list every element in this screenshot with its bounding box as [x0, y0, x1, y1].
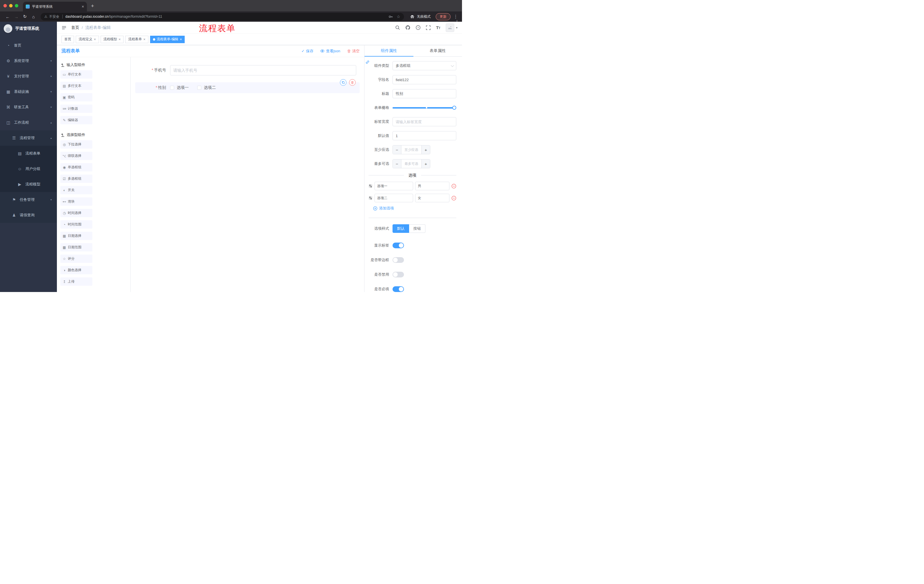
checkbox-option-2[interactable]: 选项二	[197, 85, 216, 90]
user-avatar[interactable]: ▾	[446, 23, 457, 32]
browser-tab[interactable]: 芋道管理系统 ×	[23, 2, 87, 12]
close-icon[interactable]: ×	[180, 37, 182, 41]
close-window-button[interactable]	[3, 4, 7, 7]
close-icon[interactable]: ×	[119, 37, 121, 41]
omnibox[interactable]: ⚠ 不安全 dashboard.yudao.iocoder.cn /bpm/ma…	[41, 13, 404, 21]
clear-button[interactable]: 清空	[347, 49, 360, 54]
tag-process-model[interactable]: 流程模型 ×	[101, 36, 124, 43]
palette-item-cascade-select[interactable]: ⌥级联选择	[60, 152, 92, 160]
back-button[interactable]: ←	[3, 14, 12, 19]
minimize-window-button[interactable]	[9, 4, 13, 7]
remove-option-button[interactable]	[451, 184, 456, 189]
palette-item-color-picker[interactable]: ◑颜色选择	[60, 266, 92, 274]
add-option-button[interactable]: 添加选项	[373, 206, 456, 211]
palette-item-checkbox-group[interactable]: ☑多选框组	[60, 174, 92, 183]
decrease-button[interactable]: −	[393, 160, 401, 168]
sidebar-item-workflow[interactable]: ◫ 工作流程 ▴	[0, 115, 57, 130]
browser-menu-button[interactable]: ⋮	[453, 14, 459, 19]
drag-handle-icon[interactable]	[368, 196, 373, 200]
field-name-input[interactable]	[393, 75, 456, 84]
tag-process-form-edit[interactable]: 流程表单-编辑 ×	[150, 36, 185, 43]
sidebar-item-dev-tools[interactable]: ⌘ 研发工具 ▾	[0, 99, 57, 115]
palette-item-password[interactable]: ▣密码	[60, 93, 92, 102]
palette-item-time-range[interactable]: ◔时间范围	[60, 220, 92, 229]
title-input[interactable]	[393, 89, 456, 98]
palette-item-rating[interactable]: ☆评分	[60, 255, 92, 263]
hamburger-icon[interactable]	[61, 25, 67, 30]
tab-component-properties[interactable]: 组件属性	[365, 45, 413, 56]
save-button[interactable]: ✓ 保存	[301, 49, 314, 54]
option-name-input[interactable]	[375, 194, 413, 202]
palette-item-date-picker[interactable]: ▦日期选择	[60, 232, 92, 240]
border-switch[interactable]	[393, 257, 404, 263]
palette-item-upload[interactable]: ↥上传	[60, 277, 92, 286]
breadcrumb-link-home[interactable]: 首页	[71, 25, 79, 30]
palette-item-single-line-text[interactable]: ▭单行文本	[60, 70, 92, 79]
sidebar-item-home[interactable]: ◔ 首页	[0, 38, 57, 53]
slider-handle[interactable]	[452, 106, 456, 110]
sidebar-item-system-management[interactable]: ⚙ 系统管理 ▾	[0, 53, 57, 69]
show-label-switch[interactable]	[393, 243, 404, 248]
option-value-input[interactable]	[415, 194, 449, 202]
min-select-value[interactable]: 至少应选	[401, 145, 421, 154]
update-button[interactable]: 更新	[436, 13, 450, 20]
increase-button[interactable]: +	[421, 145, 430, 154]
new-tab-button[interactable]: +	[91, 3, 94, 9]
copy-field-button[interactable]	[340, 79, 346, 86]
component-type-select[interactable]: 多选框组	[393, 61, 456, 70]
font-size-icon[interactable]: TT	[436, 25, 440, 30]
default-value-input[interactable]	[393, 131, 456, 140]
tab-form-properties[interactable]: 表单属性	[413, 45, 462, 56]
reload-button[interactable]: ↻	[21, 14, 29, 19]
sidebar-item-leave-query[interactable]: ♟ 请假查询	[0, 207, 57, 223]
tag-process-definition[interactable]: 流程定义 ×	[76, 36, 99, 43]
palette-item-switch[interactable]: ◐开关	[60, 186, 92, 194]
increase-button[interactable]: +	[421, 160, 430, 168]
required-switch[interactable]	[393, 286, 404, 292]
drawing-item-phone[interactable]: 手机号	[135, 62, 360, 78]
link-icon[interactable]	[365, 60, 370, 65]
view-json-button[interactable]: 查看json	[320, 49, 340, 54]
help-icon[interactable]: ?	[416, 25, 421, 30]
github-icon[interactable]	[405, 25, 410, 30]
remove-option-button[interactable]	[451, 196, 456, 201]
option-value-input[interactable]	[415, 182, 449, 190]
decrease-button[interactable]: −	[393, 145, 401, 154]
max-select-value[interactable]: 最多可选	[401, 160, 421, 168]
palette-item-slider[interactable]: ⊷滑块	[60, 197, 92, 206]
sidebar-item-user-group[interactable]: ☺ 用户分组	[0, 161, 57, 176]
palette-item-multi-line-text[interactable]: ▤多行文本	[60, 82, 92, 90]
form-grid-slider[interactable]	[393, 103, 456, 112]
palette-item-time-picker[interactable]: ◷时间选择	[60, 209, 92, 217]
sidebar-item-task-management[interactable]: ⚑ 任务管理 ▾	[0, 192, 57, 207]
close-icon[interactable]: ×	[143, 37, 145, 41]
close-icon[interactable]: ×	[94, 37, 96, 41]
disabled-switch[interactable]	[393, 272, 404, 277]
sidebar-item-process-management[interactable]: ☰ 流程管理 ▴	[0, 130, 57, 146]
palette-item-dropdown-select[interactable]: ◎下拉选择	[60, 140, 92, 148]
forward-button[interactable]: →	[12, 14, 21, 19]
tag-home[interactable]: 首页	[61, 36, 74, 43]
checkbox-option-1[interactable]: 选项一	[170, 85, 189, 90]
palette-item-counter[interactable]: 123计数器	[60, 105, 92, 113]
sidebar-item-process-form[interactable]: ▤ 流程表单	[0, 146, 57, 161]
option-style-button-button[interactable]: 按钮	[409, 224, 426, 233]
search-icon[interactable]	[395, 25, 400, 30]
bookmark-star-icon[interactable]: ☆	[396, 14, 400, 19]
sidebar-item-process-model[interactable]: ▶ 流程模型	[0, 176, 57, 192]
zoom-window-button[interactable]	[15, 4, 18, 7]
home-button[interactable]: ⌂	[29, 14, 38, 19]
option-name-input[interactable]	[375, 182, 413, 190]
delete-field-button[interactable]	[349, 79, 356, 86]
palette-item-radio-group[interactable]: ◉单选框组	[60, 163, 92, 171]
drawing-item-gender[interactable]: 性别 选项一 选项二	[135, 82, 360, 93]
sidebar-item-infrastructure[interactable]: ▦ 基础设施 ▾	[0, 84, 57, 99]
drag-handle-icon[interactable]	[368, 184, 373, 188]
tag-process-form[interactable]: 流程表单 ×	[125, 36, 148, 43]
key-icon[interactable]	[389, 15, 393, 19]
tab-close-icon[interactable]: ×	[82, 4, 84, 9]
fullscreen-icon[interactable]	[426, 25, 431, 30]
palette-item-editor[interactable]: ✎编辑器	[60, 116, 92, 124]
palette-item-date-range[interactable]: ▩日期范围	[60, 243, 92, 252]
label-width-input[interactable]	[393, 117, 456, 126]
